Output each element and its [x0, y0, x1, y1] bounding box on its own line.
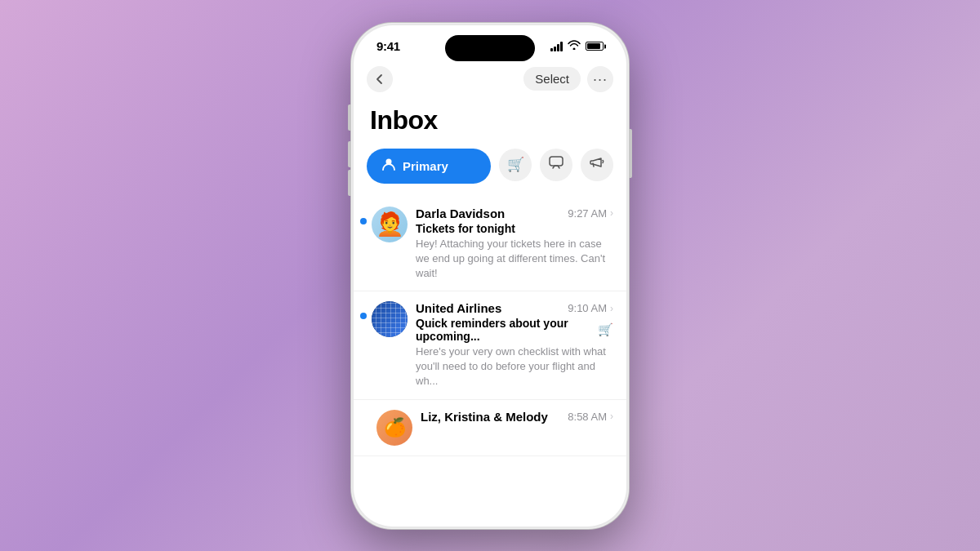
tab-primary-label: Primary: [403, 159, 448, 173]
email-time-row-united: 9:10 AM ›: [568, 302, 613, 314]
email-time-row-group: 8:58 AM ›: [568, 411, 613, 423]
email-subject-darla: Tickets for tonight: [416, 222, 613, 235]
email-preview-darla: Hey! Attaching your tickets here in case…: [416, 237, 613, 282]
email-sender-united: United Airlines: [416, 301, 501, 315]
avatar-united: [372, 301, 408, 337]
tab-shopping[interactable]: 🛒: [499, 149, 532, 181]
email-content-darla: Darla Davidson 9:27 AM › Tickets for ton…: [416, 207, 613, 282]
inbox-title: Inbox: [354, 99, 626, 149]
email-list: 🧑‍🦰 Darla Davidson 9:27 AM › Tickets for…: [354, 197, 626, 456]
status-icons: [550, 40, 604, 52]
email-content-united: United Airlines 9:10 AM › Quick reminder…: [416, 301, 613, 389]
email-item-darla[interactable]: 🧑‍🦰 Darla Davidson 9:27 AM › Tickets for…: [354, 197, 626, 292]
email-content-group: Liz, Kristina & Melody 8:58 AM ›: [421, 410, 613, 425]
dynamic-island: [445, 35, 535, 61]
unread-dot: [360, 218, 367, 224]
category-tabs: Primary 🛒: [354, 149, 626, 197]
email-time-united: 9:10 AM: [568, 302, 607, 314]
wifi-icon: [568, 40, 581, 52]
megaphone-icon: [589, 154, 605, 175]
email-time-group: 8:58 AM: [568, 411, 607, 423]
person-icon: [381, 157, 396, 176]
email-time-darla: 9:27 AM: [568, 207, 607, 220]
chevron-right-icon-group: ›: [610, 411, 613, 422]
shopping-tag-icon: 🛒: [598, 322, 613, 337]
email-sender-group: Liz, Kristina & Melody: [421, 410, 548, 424]
more-button[interactable]: ···: [587, 66, 613, 92]
tab-primary[interactable]: Primary: [367, 149, 491, 184]
united-globe-icon: [372, 301, 408, 337]
chevron-right-icon-united: ›: [610, 303, 613, 314]
status-time: 9:41: [376, 39, 400, 53]
nav-bar: Select ···: [354, 61, 626, 99]
avatar-darla: 🧑‍🦰: [372, 207, 408, 242]
battery-icon: [586, 42, 604, 51]
select-button[interactable]: Select: [523, 67, 581, 91]
email-header-united: United Airlines 9:10 AM ›: [416, 301, 613, 315]
tab-promotions[interactable]: [581, 149, 613, 181]
signal-icon: [550, 42, 563, 51]
phone-frame: 9:41: [351, 23, 629, 529]
email-preview-united: Here's your very own checklist with what…: [416, 344, 613, 389]
nav-right: Select ···: [523, 66, 613, 92]
avatar-group: 🍊: [376, 410, 412, 446]
email-subject-united: Quick reminders about your upcoming... 🛒: [416, 317, 613, 343]
more-icon: ···: [593, 72, 608, 87]
chat-icon: [548, 154, 564, 175]
unread-dot-united: [360, 313, 367, 319]
email-item-united[interactable]: United Airlines 9:10 AM › Quick reminder…: [354, 291, 626, 400]
email-time-row-darla: 9:27 AM ›: [568, 207, 613, 220]
back-button[interactable]: [367, 66, 393, 92]
email-sender-darla: Darla Davidson: [416, 207, 505, 220]
email-header-group: Liz, Kristina & Melody 8:58 AM ›: [421, 410, 613, 424]
email-header-darla: Darla Davidson 9:27 AM ›: [416, 207, 613, 220]
svg-rect-1: [550, 157, 563, 166]
email-item-group[interactable]: 🍊 Liz, Kristina & Melody 8:58 AM ›: [354, 400, 626, 456]
phone-screen: 9:41: [354, 25, 626, 527]
chevron-right-icon: ›: [610, 207, 613, 219]
tab-social[interactable]: [540, 149, 572, 181]
shopping-cart-icon: 🛒: [507, 156, 524, 173]
